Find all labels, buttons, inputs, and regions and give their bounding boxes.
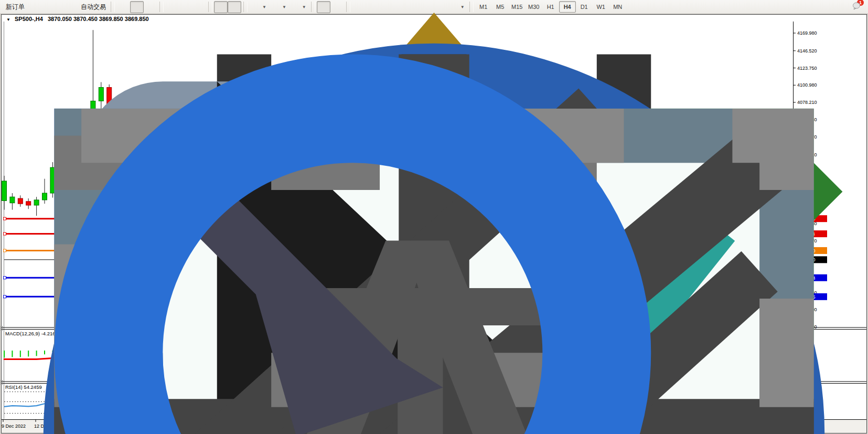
toolbar-right-group: 1 xyxy=(840,2,868,12)
chat-bubble-icon xyxy=(852,2,861,10)
main-toolbar: 新订单 自动交易 ▼ ▼ xyxy=(0,0,868,14)
search-icon[interactable] xyxy=(840,3,848,11)
